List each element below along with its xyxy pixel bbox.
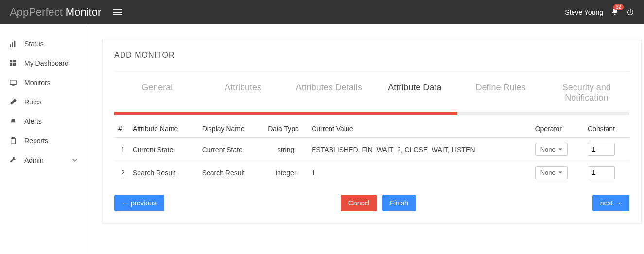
row-data-type: string bbox=[264, 138, 308, 161]
svg-rect-2 bbox=[14, 41, 16, 47]
svg-rect-7 bbox=[10, 80, 16, 85]
sidebar: Status My Dashboard Monitors Rules Alert… bbox=[0, 24, 87, 253]
row-num: 1 bbox=[114, 138, 129, 161]
bell-icon bbox=[10, 118, 17, 125]
menu-toggle-icon[interactable] bbox=[113, 9, 122, 15]
constant-input[interactable] bbox=[588, 143, 615, 156]
power-icon[interactable] bbox=[627, 8, 634, 16]
row-current-value: 1 bbox=[308, 161, 531, 185]
operator-value: None bbox=[540, 169, 556, 176]
progress-fill bbox=[114, 112, 457, 115]
svg-rect-6 bbox=[13, 63, 16, 66]
tab-attributes[interactable]: Attributes bbox=[200, 78, 286, 112]
col-header-data-type: Data Type bbox=[264, 120, 308, 138]
notifications-button[interactable]: 32 bbox=[611, 8, 619, 17]
col-header-attr-name: Attribute Name bbox=[129, 120, 198, 138]
sidebar-item-reports[interactable]: Reports bbox=[0, 131, 87, 151]
col-header-display-name: Display Name bbox=[198, 120, 264, 138]
sidebar-item-dashboard[interactable]: My Dashboard bbox=[0, 53, 87, 73]
sidebar-item-alerts[interactable]: Alerts bbox=[0, 112, 87, 131]
tab-attribute-data[interactable]: Attribute Data bbox=[372, 78, 458, 112]
sidebar-item-label: Monitors bbox=[24, 79, 51, 86]
add-monitor-panel: ADD MONITOR General Attributes Attribute… bbox=[102, 39, 642, 223]
tab-security-notification[interactable]: Security and Notification bbox=[543, 78, 629, 112]
attribute-data-table: # Attribute Name Display Name Data Type … bbox=[114, 120, 629, 184]
row-constant-cell bbox=[584, 161, 629, 185]
chevron-down-icon bbox=[72, 156, 77, 164]
tab-attributes-details[interactable]: Attributes Details bbox=[286, 78, 372, 112]
constant-input[interactable] bbox=[588, 166, 615, 179]
wizard-button-row: ← previous Cancel Finish next → bbox=[114, 195, 629, 211]
row-data-type: integer bbox=[264, 161, 308, 185]
wizard-progress bbox=[114, 112, 629, 115]
col-header-constant: Constant bbox=[584, 120, 629, 138]
svg-rect-1 bbox=[12, 42, 13, 47]
sidebar-item-label: Status bbox=[24, 40, 44, 48]
sidebar-item-label: Reports bbox=[24, 137, 48, 145]
svg-rect-9 bbox=[11, 138, 16, 144]
finish-button[interactable]: Finish bbox=[382, 195, 416, 211]
sidebar-item-label: Admin bbox=[24, 156, 44, 164]
col-header-num: # bbox=[114, 120, 129, 138]
user-name[interactable]: Steve Young bbox=[565, 8, 603, 16]
row-operator-cell: None bbox=[531, 161, 584, 185]
clipboard-icon bbox=[10, 137, 17, 144]
brand-strong: Monitor bbox=[66, 6, 101, 18]
sidebar-item-rules[interactable]: Rules bbox=[0, 92, 87, 112]
previous-button[interactable]: ← previous bbox=[114, 195, 164, 211]
next-button[interactable]: next → bbox=[592, 195, 629, 211]
row-operator-cell: None bbox=[531, 138, 584, 161]
caret-down-icon bbox=[558, 148, 562, 152]
row-display-name: Current State bbox=[198, 138, 264, 161]
operator-dropdown[interactable]: None bbox=[535, 143, 568, 156]
sidebar-item-label: My Dashboard bbox=[24, 59, 69, 67]
tab-define-rules[interactable]: Define Rules bbox=[458, 78, 544, 112]
table-row: 2 Search Result Search Result integer 1 … bbox=[114, 161, 629, 185]
monitor-icon bbox=[10, 79, 17, 86]
row-display-name: Search Result bbox=[198, 161, 264, 185]
main-content: ADD MONITOR General Attributes Attribute… bbox=[87, 24, 644, 253]
row-attr-name: Current State bbox=[129, 138, 198, 161]
header-right: Steve Young 32 bbox=[565, 8, 634, 17]
row-constant-cell bbox=[584, 138, 629, 161]
wrench-icon bbox=[10, 157, 17, 164]
panel-title: ADD MONITOR bbox=[114, 51, 629, 60]
caret-down-icon bbox=[558, 171, 562, 175]
cancel-button[interactable]: Cancel bbox=[341, 195, 378, 211]
sidebar-item-monitors[interactable]: Monitors bbox=[0, 73, 87, 92]
bar-chart-icon bbox=[10, 40, 17, 47]
wizard-tabs: General Attributes Attributes Details At… bbox=[114, 71, 629, 112]
brand-logo: AppPerfect Monitor bbox=[10, 6, 101, 18]
svg-rect-4 bbox=[13, 60, 16, 62]
grid-icon bbox=[10, 60, 17, 67]
table-row: 1 Current State Current State string EST… bbox=[114, 138, 629, 161]
notification-badge: 32 bbox=[613, 4, 624, 10]
top-header: AppPerfect Monitor Steve Young 32 bbox=[0, 0, 644, 24]
row-num: 2 bbox=[114, 161, 129, 185]
pencil-icon bbox=[10, 99, 17, 105]
svg-rect-3 bbox=[10, 60, 12, 62]
col-header-current-value: Current Value bbox=[308, 120, 531, 138]
col-header-operator: Operator bbox=[531, 120, 584, 138]
operator-value: None bbox=[540, 146, 556, 153]
svg-rect-5 bbox=[10, 63, 12, 66]
sidebar-item-label: Alerts bbox=[24, 118, 42, 125]
tab-general[interactable]: General bbox=[114, 78, 200, 112]
svg-rect-10 bbox=[12, 137, 14, 139]
svg-rect-0 bbox=[10, 44, 11, 47]
row-attr-name: Search Result bbox=[129, 161, 198, 185]
brand-prefix: AppPerfect bbox=[10, 6, 63, 18]
sidebar-item-status[interactable]: Status bbox=[0, 34, 87, 53]
row-current-value: ESTABLISHED, FIN_WAIT_2, CLOSE_WAIT, LIS… bbox=[308, 138, 531, 161]
sidebar-item-admin[interactable]: Admin bbox=[0, 151, 87, 170]
sidebar-item-label: Rules bbox=[24, 98, 42, 106]
operator-dropdown[interactable]: None bbox=[535, 166, 568, 179]
